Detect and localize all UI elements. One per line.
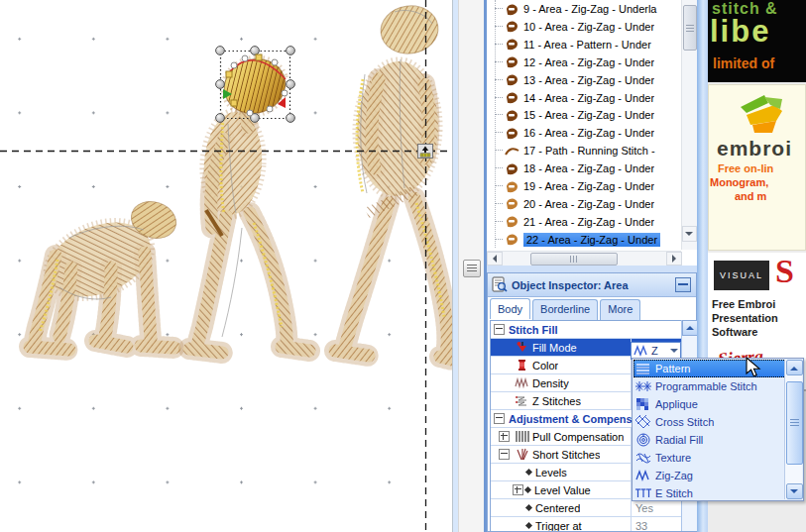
list-vertical-scrollbar[interactable]	[681, 0, 697, 250]
pattern-icon	[635, 362, 651, 375]
color-thread-icon	[515, 359, 529, 372]
list-item[interactable]: 21 - Area - Zig-Zag - Under	[487, 213, 681, 231]
cross-stitch-icon	[635, 415, 651, 429]
list-item[interactable]: 14 - Area - Zig-Zag - Under	[487, 89, 681, 107]
dropdown-item-e-stitch[interactable]: E Stitch	[633, 484, 786, 502]
list-item[interactable]: 17 - Path - Running Stitch -	[487, 142, 681, 160]
area-object-icon	[505, 127, 519, 140]
inspector-icon	[491, 276, 508, 293]
ad-text: Free Embroi	[712, 298, 775, 310]
area-object-icon	[505, 73, 519, 86]
expand-icon[interactable]	[499, 431, 510, 442]
area-object-icon	[505, 55, 519, 68]
prop-value[interactable]: 33	[635, 520, 647, 532]
dropdown-item-radial-fill[interactable]: Radial Fill	[633, 431, 786, 449]
zigzag-icon	[633, 345, 649, 357]
dropdown-scrollbar[interactable]	[784, 360, 802, 499]
area-object-icon	[505, 91, 519, 104]
tab-borderline[interactable]: Borderline	[532, 299, 598, 320]
area-object-icon	[505, 215, 519, 228]
pull-compensation-icon	[515, 430, 529, 443]
dropdown-scroll-thumb[interactable]	[786, 381, 803, 465]
diamond-bullet	[525, 504, 532, 511]
dropdown-arrow-icon[interactable]	[670, 349, 678, 357]
group-stitch-fill[interactable]: Stitch Fill	[491, 321, 683, 339]
area-object-icon	[505, 38, 519, 51]
list-horizontal-scrollbar[interactable]	[487, 251, 681, 266]
radial-fill-icon	[635, 433, 651, 447]
human-figure[interactable]	[335, 2, 452, 360]
inspector-minimize-button[interactable]	[675, 277, 691, 292]
visual-logo: VISUAL	[714, 261, 769, 290]
prop-value[interactable]: Yes	[635, 502, 653, 514]
collapse-icon[interactable]	[499, 449, 510, 460]
list-item[interactable]: 19 - Area - Zig-Zag - Under	[487, 177, 681, 195]
hominid-figure[interactable]	[189, 110, 309, 353]
ad-text: Free on-lin	[718, 162, 773, 174]
ad-text: Software	[712, 326, 757, 338]
list-item[interactable]: 11 - Area - Pattern - Under	[487, 36, 681, 53]
list-item[interactable]: 13 - Area - Zig-Zag - Under	[487, 71, 681, 89]
dropdown-item-zig-zag[interactable]: Zig-Zag	[633, 467, 786, 484]
list-item[interactable]: 16 - Area - Zig-Zag - Under	[487, 124, 681, 142]
e-stitch-icon	[635, 486, 651, 500]
ad-banner-stitch-liberty[interactable]: stitch & libe limited of	[708, 0, 806, 82]
path-object-icon	[505, 145, 519, 158]
list-item[interactable]: 20 - Area - Zig-Zag - Under	[487, 195, 681, 213]
list-item[interactable]: 9 - Area - Zig-Zag - Underla	[487, 0, 681, 18]
dropdown-item-applique[interactable]: Applique	[633, 395, 786, 413]
list-item[interactable]: 10 - Area - Zig-Zag - Under	[487, 18, 681, 36]
ape-figure[interactable]	[30, 196, 180, 350]
prop-trigger-at[interactable]: Trigger at 33	[491, 517, 683, 531]
panel-splitter[interactable]	[458, 0, 486, 532]
area-object-icon	[505, 233, 519, 246]
splitter-grip-button[interactable]	[463, 260, 481, 277]
list-hscroll-thumb[interactable]	[530, 253, 618, 266]
list-item[interactable]: 18 - Area - Zig-Zag - Under	[487, 160, 681, 177]
dropdown-item-texture[interactable]: Texture	[633, 449, 786, 467]
list-item-selected[interactable]: 22 - Area - Zig-Zag - Under	[487, 231, 681, 249]
area-object-icon	[505, 180, 519, 193]
ad-text: and m	[735, 190, 766, 202]
fill-mode-dropdown: Pattern Programmable Stitch Applique Cro…	[632, 358, 804, 501]
z-stitches-icon	[515, 394, 529, 407]
app-screen: use{stroke-linecap:round;stroke-linejoin…	[0, 0, 806, 532]
sierra-mark: S	[775, 253, 794, 290]
list-vscroll-thumb[interactable]	[683, 5, 697, 51]
mouse-cursor	[746, 357, 765, 380]
diamond-bullet	[525, 522, 532, 529]
selected-head-object[interactable]	[217, 52, 292, 122]
list-hscroll-right-button[interactable]	[666, 252, 682, 266]
texture-icon	[635, 451, 651, 465]
tab-body[interactable]: Body	[490, 298, 530, 319]
tab-more[interactable]: More	[600, 299, 640, 320]
zig-zag-icon	[635, 469, 651, 482]
area-object-icon	[505, 20, 519, 33]
inspector-title-bar[interactable]: Object Inspector: Area	[488, 273, 696, 297]
fill-mode-value: Z	[651, 345, 658, 357]
area-object-icon	[505, 197, 519, 210]
guide-anchor-marker[interactable]	[418, 145, 433, 159]
embroidery-logo-icon	[731, 91, 788, 137]
list-item[interactable]: 15 - Area - Zig-Zag - Under	[487, 106, 681, 124]
list-vscroll-down-button[interactable]	[682, 226, 697, 242]
dropdown-scroll-up-button[interactable]	[786, 360, 803, 375]
applique-icon	[635, 397, 651, 411]
list-hscroll-left-button[interactable]	[487, 252, 503, 266]
list-item[interactable]: 12 - Area - Zig-Zag - Under	[487, 53, 681, 71]
inspector-title: Object Inspector: Area	[512, 279, 629, 291]
diamond-bullet	[525, 469, 532, 476]
ad-text: limited of	[713, 55, 774, 71]
short-stitches-icon	[515, 448, 529, 461]
ad-banner-embroidery[interactable]: embroi Free on-lin Monogram, and m	[708, 84, 806, 251]
dropdown-scroll-down-button[interactable]	[786, 483, 803, 499]
design-canvas[interactable]: use{stroke-linecap:round;stroke-linejoin…	[0, 0, 452, 532]
density-icon	[515, 376, 529, 389]
collapse-icon[interactable]	[494, 324, 505, 335]
collapse-icon[interactable]	[494, 413, 505, 424]
ad-text: Monogram,	[710, 176, 768, 188]
expand-icon[interactable]	[513, 484, 523, 495]
object-list-panel: 9 - Area - Zig-Zag - Underla 10 - Area -…	[487, 0, 697, 266]
dropdown-item-cross-stitch[interactable]: Cross Stitch	[633, 413, 786, 431]
ad-logo-text: embroi	[717, 137, 792, 160]
